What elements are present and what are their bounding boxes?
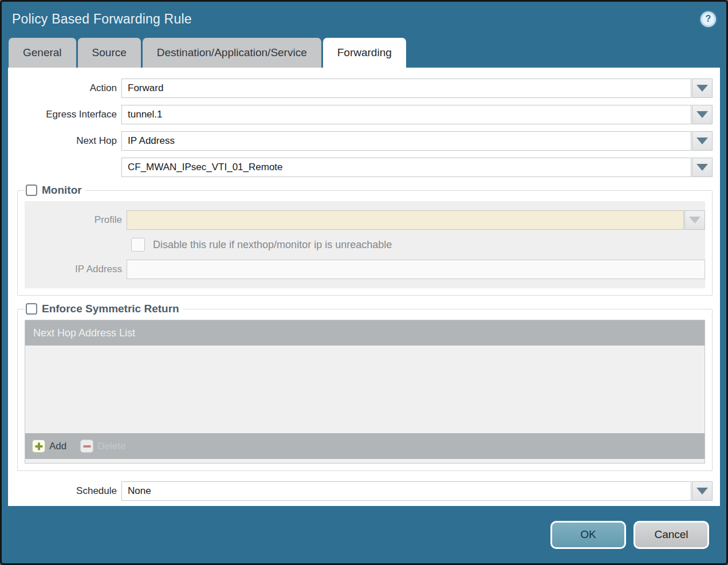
enforce-symmetric-return-legend-label: Enforce Symmetric Return (42, 303, 179, 315)
schedule-dropdown-button[interactable] (692, 481, 713, 501)
chevron-down-icon (696, 164, 708, 171)
add-button[interactable]: Add (32, 440, 66, 453)
enforce-symmetric-return-checkbox[interactable] (26, 303, 37, 315)
profile-select-disabled (127, 210, 684, 230)
table-bottom-strip (25, 459, 705, 464)
egress-interface-select[interactable]: tunnel.1 (121, 105, 691, 124)
monitor-fieldset: Monitor Profile Disable this rule if nex… (17, 184, 713, 296)
enforce-symmetric-return-fieldset: Enforce Symmetric Return Next Hop Addres… (17, 303, 713, 471)
next-hop-address-list-table: Next Hop Address List Add Delete (25, 320, 705, 459)
tab-content-forwarding: Action Forward Egress Interface tunnel.1… (8, 68, 720, 506)
pbf-rule-dialog: Policy Based Forwarding Rule ? General S… (0, 0, 728, 565)
chevron-down-icon (696, 138, 708, 144)
enforce-symmetric-return-legend: Enforce Symmetric Return (25, 303, 183, 315)
egress-interface-dropdown-button[interactable] (692, 105, 713, 124)
next-hop-dropdown-button[interactable] (692, 131, 713, 151)
action-dropdown-button[interactable] (692, 79, 713, 98)
schedule-label: Schedule (8, 485, 121, 497)
delete-button-disabled: Delete (80, 440, 125, 453)
profile-row: Profile (25, 210, 705, 230)
help-icon[interactable]: ? (701, 11, 716, 27)
next-hop-label: Next Hop (8, 135, 121, 147)
chevron-down-icon (696, 488, 708, 495)
monitor-checkbox[interactable] (26, 185, 37, 196)
minus-icon (80, 440, 93, 453)
egress-interface-label: Egress Interface (8, 109, 121, 120)
disable-rule-checkbox (131, 238, 145, 252)
tab-source[interactable]: Source (78, 38, 141, 68)
profile-dropdown-button-disabled (684, 210, 705, 230)
ok-button[interactable]: OK (550, 521, 626, 549)
next-hop-row: Next Hop IP Address (8, 131, 713, 151)
next-hop-type-select[interactable]: IP Address (121, 131, 691, 151)
plus-icon (32, 440, 45, 453)
monitor-panel: Profile Disable this rule if nexthop/mon… (25, 201, 705, 288)
schedule-select[interactable]: None (121, 481, 691, 501)
titlebar: Policy Based Forwarding Rule ? (2, 2, 726, 36)
next-hop-address-list-header[interactable]: Next Hop Address List (25, 320, 705, 346)
chevron-down-icon (696, 111, 708, 118)
monitor-ip-address-input-disabled (127, 260, 705, 279)
chevron-down-icon (689, 217, 701, 223)
tab-bar: General Source Destination/Application/S… (2, 36, 726, 68)
cancel-button[interactable]: Cancel (633, 521, 709, 549)
monitor-ip-address-label: IP Address (25, 264, 127, 275)
chevron-down-icon (696, 85, 708, 92)
next-hop-address-row: CF_MWAN_IPsec_VTI_01_Remote (8, 158, 713, 177)
tab-general[interactable]: General (9, 38, 76, 68)
tab-destination-application-service[interactable]: Destination/Application/Service (143, 38, 321, 68)
action-label: Action (8, 83, 121, 94)
dialog-title: Policy Based Forwarding Rule (12, 11, 192, 27)
action-select[interactable]: Forward (121, 79, 691, 98)
next-hop-address-list-body[interactable] (25, 346, 705, 433)
next-hop-address-dropdown-button[interactable] (692, 158, 713, 177)
action-row: Action Forward (8, 79, 713, 98)
schedule-row: Schedule None (8, 481, 713, 501)
delete-button-label: Delete (97, 441, 125, 452)
tab-forwarding[interactable]: Forwarding (323, 38, 406, 68)
disable-rule-row: Disable this rule if nexthop/monitor ip … (131, 238, 705, 252)
next-hop-address-list-toolbar: Add Delete (25, 433, 705, 459)
monitor-ip-address-row: IP Address (25, 260, 705, 279)
dialog-footer: OK Cancel (2, 506, 726, 563)
egress-interface-row: Egress Interface tunnel.1 (8, 105, 713, 124)
add-button-label: Add (49, 441, 66, 452)
disable-rule-label: Disable this rule if nexthop/monitor ip … (153, 239, 392, 251)
profile-label: Profile (25, 214, 127, 226)
monitor-legend-label: Monitor (42, 184, 82, 197)
monitor-legend: Monitor (25, 184, 85, 197)
next-hop-address-select[interactable]: CF_MWAN_IPsec_VTI_01_Remote (121, 158, 691, 177)
